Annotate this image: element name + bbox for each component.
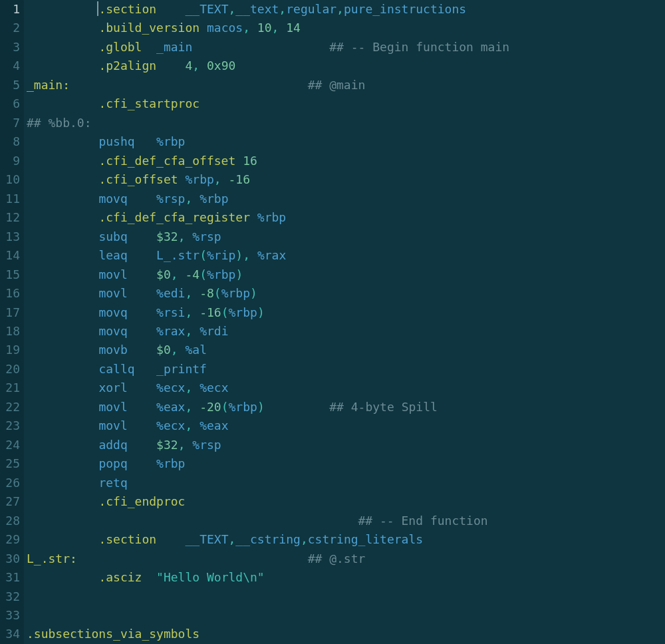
code-line[interactable]: .cfi_def_cfa_offset 16	[27, 152, 509, 170]
code-token	[128, 192, 156, 206]
code-line[interactable]: movq %rax, %rdi	[27, 322, 509, 341]
code-line[interactable]: .globl _main ## -- Begin function main	[27, 38, 509, 57]
code-token: "Hello World\n"	[156, 570, 265, 584]
code-line[interactable]	[27, 587, 509, 606]
code-token: -16	[200, 305, 221, 319]
code-line[interactable]: movq %rsp, %rbp	[27, 190, 509, 208]
code-editor[interactable]: 1234567891011121314151617181920212223242…	[0, 0, 665, 644]
code-line[interactable]: .cfi_def_cfa_register %rbp	[27, 208, 509, 227]
code-token	[70, 248, 98, 262]
line-number: 11	[0, 190, 20, 208]
code-token	[128, 438, 156, 452]
code-token: )	[250, 286, 257, 300]
code-token: addq	[98, 438, 127, 452]
line-number: 9	[0, 152, 20, 170]
code-token	[70, 494, 98, 508]
code-token: .subsections_via_symbols	[27, 627, 200, 641]
code-token: 14	[286, 21, 301, 35]
code-token	[156, 2, 185, 16]
code-line[interactable]: .section __TEXT,__cstring,cstring_litera…	[27, 530, 509, 549]
code-token: ,	[336, 2, 344, 16]
code-token: subq	[98, 230, 127, 243]
line-number: 1	[0, 0, 20, 19]
code-token: .p2align	[98, 59, 156, 73]
line-number: 30	[0, 550, 20, 568]
code-line[interactable]: .p2align 4, 0x90	[27, 57, 509, 75]
line-number: 18	[0, 322, 20, 341]
code-line[interactable]: movl %edi, -8(%rbp)	[27, 284, 509, 303]
code-token: ## -- Begin function main	[329, 40, 509, 54]
code-line[interactable]: movq %rsi, -16(%rbp)	[27, 303, 509, 322]
code-line[interactable]: ## -- End function	[27, 512, 509, 530]
code-line[interactable]: .section __TEXT,__text,regular,pure_inst…	[27, 0, 509, 19]
code-token: %edi	[156, 286, 185, 300]
code-token	[128, 400, 156, 414]
line-number: 29	[0, 530, 20, 549]
code-token	[128, 456, 156, 470]
code-line[interactable]: popq %rbp	[27, 454, 509, 473]
code-line[interactable]: pushq %rbp	[27, 132, 509, 151]
code-token	[156, 532, 185, 546]
code-token	[70, 2, 98, 16]
code-line[interactable]: callq _printf	[27, 360, 509, 379]
code-token: 10	[257, 21, 272, 35]
code-token	[250, 210, 257, 224]
code-token	[142, 570, 156, 584]
line-number: 12	[0, 208, 20, 227]
code-line[interactable]: retq	[27, 474, 509, 492]
code-token	[135, 362, 157, 376]
code-line[interactable]: .asciz "Hello World\n"	[27, 568, 509, 587]
code-line[interactable]: .cfi_endproc	[27, 492, 509, 511]
code-token: %ecx	[200, 381, 228, 395]
code-line[interactable]: movl %eax, -20(%rbp) ## 4-byte Spill	[27, 398, 509, 416]
code-token: (	[221, 400, 229, 414]
code-token: ,	[185, 324, 200, 338]
code-line[interactable]: .cfi_startproc	[27, 94, 509, 113]
code-token	[70, 514, 358, 528]
code-token: %al	[185, 343, 207, 357]
code-token: ,	[243, 21, 257, 35]
code-line[interactable]: leaq L_.str(%rip), %rax	[27, 246, 509, 265]
code-token: ,	[185, 192, 200, 206]
code-token	[200, 21, 207, 35]
code-token: __text	[235, 2, 279, 16]
code-token	[192, 40, 329, 54]
code-token: ## 4-byte Spill	[329, 400, 438, 414]
code-line[interactable]: _main: ## @main	[27, 76, 509, 94]
code-token: .cfi_def_cfa_offset	[98, 154, 235, 168]
code-area[interactable]: .section __TEXT,__text,regular,pure_inst…	[24, 0, 509, 644]
code-token	[70, 343, 98, 357]
code-line[interactable]: addq $32, %rsp	[27, 436, 509, 454]
line-number: 2	[0, 19, 20, 37]
code-line[interactable]: subq $32, %rsp	[27, 228, 509, 246]
code-line[interactable]: .cfi_offset %rbp, -16	[27, 170, 509, 189]
code-token: L_.str	[156, 248, 200, 262]
code-line[interactable]: .build_version macos, 10, 14	[27, 19, 509, 37]
code-token: __cstring	[235, 532, 301, 546]
code-line[interactable]: ## %bb.0:	[27, 114, 509, 132]
code-line[interactable]: .subsections_via_symbols	[27, 625, 509, 643]
code-token: -20	[200, 400, 221, 414]
code-token	[70, 570, 98, 584]
code-line[interactable]: L_.str: ## @.str	[27, 550, 509, 568]
code-line[interactable]: movl %ecx, %eax	[27, 416, 509, 435]
code-token: movl	[98, 286, 127, 300]
code-line[interactable]: movl $0, -4(%rbp)	[27, 265, 509, 284]
code-token	[128, 248, 156, 262]
code-line[interactable]	[27, 606, 509, 625]
code-token: .build_version	[98, 21, 200, 35]
code-token	[70, 59, 98, 73]
code-token: ## @main	[308, 78, 366, 92]
code-token: ,	[192, 59, 207, 73]
code-token	[70, 192, 98, 206]
code-token: (	[200, 267, 207, 281]
code-token	[77, 552, 308, 565]
code-line[interactable]: movb $0, %al	[27, 341, 509, 359]
code-token: .cfi_startproc	[98, 96, 200, 110]
line-number: 28	[0, 512, 20, 530]
code-token: _main	[156, 40, 192, 54]
code-token	[70, 381, 98, 395]
code-token: %rax	[156, 324, 185, 338]
code-token: ,	[228, 532, 235, 546]
code-line[interactable]: xorl %ecx, %ecx	[27, 379, 509, 397]
